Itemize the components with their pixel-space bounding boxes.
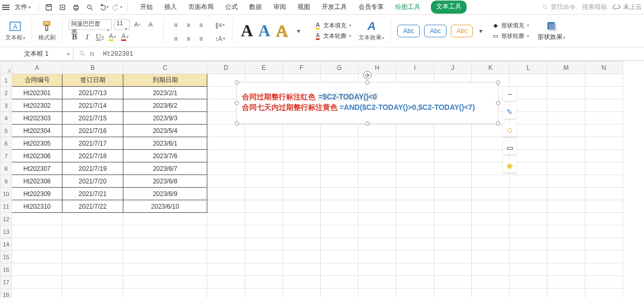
cell[interactable] [283,162,321,175]
cell[interactable] [585,150,623,162]
wordart-more[interactable]: ▾ [293,20,304,42]
cell[interactable] [396,289,434,299]
row-head[interactable]: 7 [1,150,12,162]
cell[interactable] [585,289,623,299]
row-head[interactable]: 11 [1,200,12,213]
cell[interactable] [585,188,623,200]
cell[interactable] [585,200,623,213]
cell[interactable] [547,238,585,251]
tab-home[interactable]: 开始 [139,1,154,14]
cell[interactable]: 2023/5/4 [123,125,207,137]
cell[interactable] [12,289,62,299]
resize-handle[interactable] [496,101,500,105]
cell[interactable] [510,276,547,289]
tab-layout[interactable]: 页面布局 [187,1,215,14]
cell[interactable] [547,125,585,137]
cell[interactable] [12,276,62,289]
cell[interactable] [434,137,472,150]
cell[interactable]: Ht202308 [12,175,62,188]
cell[interactable]: 2021/7/22 [62,200,123,213]
cell[interactable] [510,263,547,276]
minus-button[interactable]: − [503,87,516,101]
cell[interactable] [396,125,434,137]
cell[interactable] [358,125,396,137]
cell[interactable] [207,125,245,137]
row-head[interactable]: 8 [1,162,12,175]
cell[interactable] [547,200,585,213]
cell[interactable]: 2021/7/14 [62,99,123,112]
cell[interactable]: Ht202302 [12,99,62,112]
cell[interactable] [547,112,585,125]
cell[interactable] [510,251,547,263]
col-head-I[interactable]: I [396,61,434,74]
cell[interactable] [12,263,62,276]
cell[interactable] [547,289,585,299]
cell[interactable]: Ht202306 [12,150,62,162]
hamburger-icon[interactable] [2,4,9,11]
cell[interactable] [321,188,358,200]
shape-fill-button[interactable]: ◆形状填充 [492,21,529,30]
wordart-style-1[interactable]: A [241,21,253,40]
shape-effect-button[interactable]: 形状效果 [534,17,568,45]
cell[interactable] [245,276,283,289]
cell[interactable] [245,225,283,238]
cell[interactable]: 2021/7/15 [62,112,123,125]
align-left-button[interactable]: ≡ [170,34,182,44]
cell[interactable] [321,289,358,299]
cell[interactable] [585,162,623,175]
cell[interactable] [283,175,321,188]
cell[interactable]: Ht202301 [12,87,62,99]
cell[interactable] [207,251,245,263]
cell[interactable] [207,213,245,225]
cell[interactable] [434,251,472,263]
fill-button[interactable]: ◇ [503,123,516,137]
text-box-shape[interactable]: ⟳ 合同过期整行标注红色 =$C2-TODAY()<0 合同七天内过期整行标注黄… [236,82,499,124]
row-head[interactable]: 9 [1,175,12,188]
cell[interactable]: Ht202304 [12,125,62,137]
cell[interactable]: 到期日期 [123,74,207,87]
text-direction-button[interactable]: ↕A [214,34,226,44]
tab-dev[interactable]: 开发工具 [321,1,348,14]
col-head-L[interactable]: L [510,61,547,74]
cell[interactable] [547,251,585,263]
cell[interactable] [510,188,547,200]
cell[interactable]: 2023/6/9 [123,188,207,200]
row-head[interactable]: 15 [1,251,12,263]
cell[interactable] [585,213,623,225]
cell[interactable] [321,276,358,289]
align-top-button[interactable]: ≡ [170,20,182,30]
cell[interactable] [245,150,283,162]
cell[interactable] [396,213,434,225]
col-head-N[interactable]: N [585,61,623,74]
cell[interactable] [585,276,623,289]
undo-button[interactable] [98,2,109,13]
cell[interactable] [358,276,396,289]
cell[interactable] [396,150,434,162]
text-effect-button[interactable]: A 文本效果 [356,17,386,45]
cell[interactable] [585,99,623,112]
cell[interactable] [123,213,207,225]
cell[interactable] [585,112,623,125]
save-button[interactable] [43,2,55,13]
cell[interactable] [245,175,283,188]
cell[interactable]: 2023/9/3 [123,112,207,125]
font-name-select[interactable]: 阿里巴巴普惠▾ [69,19,112,30]
cell[interactable] [472,276,510,289]
cell[interactable] [245,188,283,200]
cell[interactable] [510,74,547,87]
cell[interactable] [283,200,321,213]
cell[interactable] [510,238,547,251]
cell[interactable] [62,238,123,251]
cell[interactable] [510,213,547,225]
cell[interactable]: Ht202310 [12,200,62,213]
format-painter-button[interactable]: 格式刷 [36,17,58,45]
cell[interactable] [123,276,207,289]
shape-style-2[interactable]: Abc [424,25,447,37]
shape-outline-button[interactable]: ▭形状轮廓 [492,32,529,41]
rotate-handle[interactable]: ⟳ [363,71,372,79]
cell[interactable] [62,225,123,238]
cell[interactable] [396,188,434,200]
cell[interactable] [585,251,623,263]
pencil-button[interactable]: ✎ [503,105,516,119]
cell[interactable] [585,87,623,99]
